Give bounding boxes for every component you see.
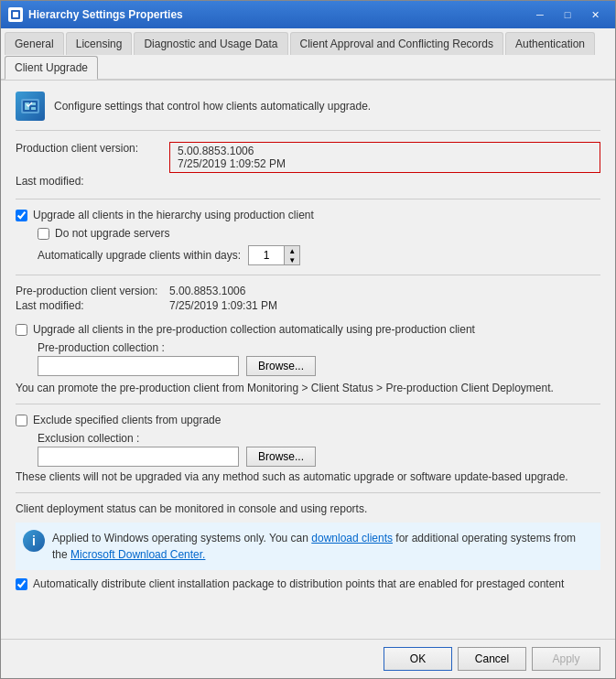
- no-upgrade-servers-row: Do not upgrade servers: [38, 227, 600, 240]
- title-bar: Hierarchy Settings Properties ─ □ ✕: [1, 1, 615, 28]
- upgrade-all-row: Upgrade all clients in the hierarchy usi…: [16, 209, 600, 221]
- pre-production-collection-label-row: Pre-production collection :: [38, 341, 600, 354]
- tab-licensing[interactable]: Licensing: [66, 32, 133, 55]
- pre-production-modified-value: 7/25/2019 1:09:31 PM: [169, 299, 600, 312]
- promote-text: You can promote the pre-production clien…: [16, 382, 600, 394]
- window-title: Hierarchy Settings Properties: [28, 8, 527, 21]
- distribute-checkbox[interactable]: [16, 578, 27, 590]
- info-text-part1: Applied to Windows operating systems onl…: [52, 532, 308, 544]
- cancel-button[interactable]: Cancel: [458, 647, 526, 671]
- info-icon: i: [23, 530, 45, 552]
- pre-production-info: Pre-production client version: 5.00.8853…: [16, 285, 600, 312]
- window-icon: [8, 7, 23, 22]
- spinner-control: ▲ ▼: [248, 245, 300, 265]
- tab-diagnostic[interactable]: Diagnostic and Usage Data: [134, 32, 287, 55]
- pre-production-upgrade-row: Upgrade all clients in the pre-productio…: [16, 323, 600, 336]
- pre-production-upgrade-checkbox[interactable]: [16, 324, 27, 336]
- exclude-clients-checkbox[interactable]: [16, 415, 27, 426]
- tab-general[interactable]: General: [5, 32, 64, 55]
- pre-production-modified-label: Last modified:: [16, 299, 162, 312]
- svg-rect-6: [31, 107, 36, 110]
- separator-4: [16, 492, 600, 493]
- close-button[interactable]: ✕: [582, 5, 608, 24]
- pre-production-upgrade-label: Upgrade all clients in the pre-productio…: [33, 323, 475, 336]
- exclusion-collection-input[interactable]: [38, 447, 239, 467]
- upgrade-all-label: Upgrade all clients in the hierarchy usi…: [33, 209, 314, 221]
- pre-production-browse-button[interactable]: Browse...: [246, 356, 316, 376]
- pre-production-collection-label: Pre-production collection :: [38, 341, 165, 354]
- tab-client-upgrade[interactable]: Client Upgrade: [5, 56, 98, 80]
- spin-up-button[interactable]: ▲: [285, 246, 299, 255]
- minimize-button[interactable]: ─: [527, 5, 553, 24]
- footer: OK Cancel Apply: [1, 639, 615, 678]
- download-center-link[interactable]: Microsoft Download Center.: [70, 548, 205, 561]
- production-version-label: Production client version:: [16, 142, 162, 173]
- exclusion-collection-label: Exclusion collection :: [38, 432, 139, 445]
- spinner-buttons: ▲ ▼: [285, 245, 300, 265]
- no-upgrade-servers-checkbox[interactable]: [38, 228, 49, 240]
- info-box-text: Applied to Windows operating systems onl…: [52, 530, 593, 563]
- tabs-container: General Licensing Diagnostic and Usage D…: [1, 28, 615, 81]
- title-bar-buttons: ─ □ ✕: [527, 5, 608, 24]
- maximize-button[interactable]: □: [555, 5, 580, 24]
- exclusion-browse-button[interactable]: Browse...: [246, 447, 316, 467]
- no-upgrade-servers-label: Do not upgrade servers: [55, 227, 169, 240]
- exclude-clients-label: Exclude specified clients from upgrade: [33, 414, 221, 426]
- production-version-value: 5.00.8853.1006: [178, 145, 592, 157]
- exclude-clients-row: Exclude specified clients from upgrade: [16, 414, 600, 426]
- production-modified-value: 7/25/2019 1:09:52 PM: [178, 157, 592, 170]
- spin-down-button[interactable]: ▼: [285, 255, 299, 264]
- production-modified-label: Last modified:: [16, 175, 162, 188]
- deployment-text: Client deployment status can be monitore…: [16, 502, 600, 515]
- pre-production-browse-row: Browse...: [38, 356, 600, 376]
- days-row: Automatically upgrade clients within day…: [38, 245, 600, 265]
- section-icon: [16, 92, 45, 121]
- separator-1: [16, 199, 600, 199]
- pre-production-version-value: 5.00.8853.1006: [169, 285, 600, 297]
- tab-authentication[interactable]: Authentication: [505, 32, 595, 55]
- download-link[interactable]: download clients: [311, 532, 393, 544]
- exclusion-note: These clients will not be upgraded via a…: [16, 470, 600, 483]
- pre-production-version-label: Pre-production client version:: [16, 285, 162, 297]
- exclusion-browse-row: Browse...: [38, 447, 600, 467]
- distribute-label: Automatically distribute client installa…: [33, 577, 564, 590]
- svg-rect-1: [13, 12, 18, 17]
- separator-2: [16, 275, 600, 275]
- main-window: Hierarchy Settings Properties ─ □ ✕ Gene…: [0, 0, 616, 679]
- separator-3: [16, 404, 600, 404]
- pre-production-collection-input[interactable]: [38, 356, 239, 376]
- section-description: Configure settings that control how clie…: [54, 100, 371, 113]
- content-area: Configure settings that control how clie…: [1, 81, 615, 639]
- days-input[interactable]: [248, 245, 285, 265]
- upgrade-all-checkbox[interactable]: [16, 210, 27, 221]
- days-label: Automatically upgrade clients within day…: [38, 249, 241, 262]
- section-header: Configure settings that control how clie…: [16, 92, 600, 131]
- tab-client-approval[interactable]: Client Approval and Conflicting Records: [290, 32, 503, 55]
- production-version-box: 5.00.8853.1006 7/25/2019 1:09:52 PM: [169, 142, 600, 173]
- production-info: Production client version: 5.00.8853.100…: [16, 142, 600, 188]
- info-box: i Applied to Windows operating systems o…: [16, 523, 600, 570]
- exclusion-collection-label-row: Exclusion collection :: [38, 432, 600, 445]
- ok-button[interactable]: OK: [384, 647, 452, 671]
- distribute-row: Automatically distribute client installa…: [16, 577, 600, 590]
- apply-button[interactable]: Apply: [532, 647, 600, 671]
